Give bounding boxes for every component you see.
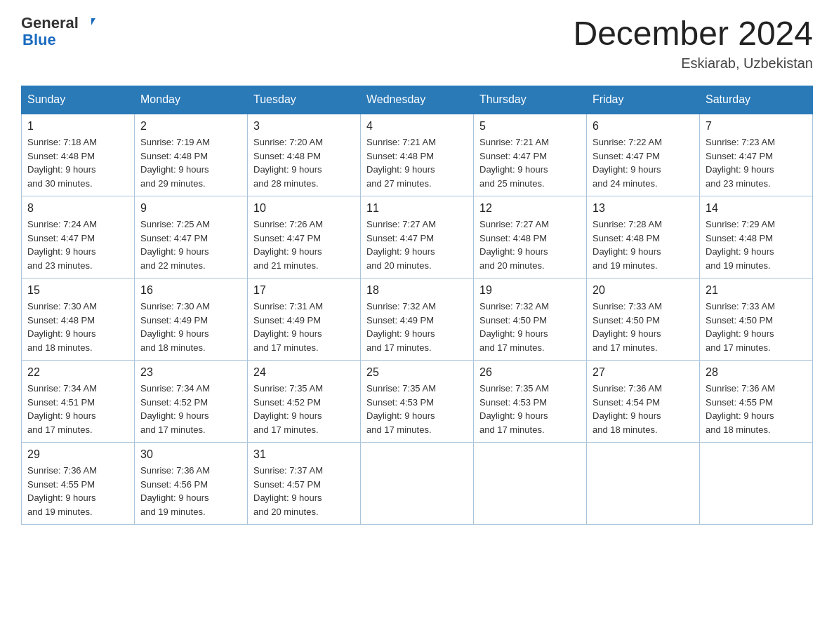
day-number: 3 <box>253 120 355 133</box>
day-info: Sunrise: 7:20 AM Sunset: 4:48 PM Dayligh… <box>253 135 355 190</box>
logo-icon <box>80 15 95 31</box>
day-number: 16 <box>140 284 241 297</box>
day-info: Sunrise: 7:27 AM Sunset: 4:48 PM Dayligh… <box>479 217 581 272</box>
day-number: 21 <box>706 284 807 297</box>
day-number: 27 <box>593 366 694 379</box>
day-number: 20 <box>593 284 694 297</box>
day-number: 17 <box>253 284 355 297</box>
day-number: 18 <box>366 284 468 297</box>
calendar-cell: 15 Sunrise: 7:30 AM Sunset: 4:48 PM Dayl… <box>22 279 135 361</box>
header-friday: Friday <box>587 86 700 114</box>
day-number: 7 <box>706 120 807 133</box>
day-info: Sunrise: 7:22 AM Sunset: 4:47 PM Dayligh… <box>593 135 694 190</box>
week-row-4: 22 Sunrise: 7:34 AM Sunset: 4:51 PM Dayl… <box>22 361 813 443</box>
week-row-1: 1 Sunrise: 7:18 AM Sunset: 4:48 PM Dayli… <box>22 114 813 196</box>
calendar-cell: 27 Sunrise: 7:36 AM Sunset: 4:54 PM Dayl… <box>587 361 700 443</box>
header-wednesday: Wednesday <box>361 86 474 114</box>
day-info: Sunrise: 7:34 AM Sunset: 4:52 PM Dayligh… <box>140 382 241 436</box>
calendar-cell: 28 Sunrise: 7:36 AM Sunset: 4:55 PM Dayl… <box>700 361 813 443</box>
calendar-cell: 6 Sunrise: 7:22 AM Sunset: 4:47 PM Dayli… <box>587 114 700 196</box>
calendar-cell: 12 Sunrise: 7:27 AM Sunset: 4:48 PM Dayl… <box>474 196 587 279</box>
header-thursday: Thursday <box>474 86 587 114</box>
day-info: Sunrise: 7:29 AM Sunset: 4:48 PM Dayligh… <box>706 217 807 272</box>
day-info: Sunrise: 7:31 AM Sunset: 4:49 PM Dayligh… <box>253 300 355 354</box>
day-info: Sunrise: 7:27 AM Sunset: 4:47 PM Dayligh… <box>366 217 468 272</box>
calendar-cell: 23 Sunrise: 7:34 AM Sunset: 4:52 PM Dayl… <box>135 361 248 443</box>
calendar-title: December 2024 <box>573 14 813 53</box>
day-number: 25 <box>366 366 468 379</box>
svg-marker-0 <box>81 18 95 25</box>
calendar-cell: 20 Sunrise: 7:33 AM Sunset: 4:50 PM Dayl… <box>587 279 700 361</box>
day-info: Sunrise: 7:21 AM Sunset: 4:47 PM Dayligh… <box>479 135 581 190</box>
day-info: Sunrise: 7:23 AM Sunset: 4:47 PM Dayligh… <box>706 135 807 190</box>
calendar-cell: 2 Sunrise: 7:19 AM Sunset: 4:48 PM Dayli… <box>135 114 248 196</box>
logo-general-text: General <box>21 14 79 32</box>
day-info: Sunrise: 7:32 AM Sunset: 4:50 PM Dayligh… <box>479 300 581 354</box>
calendar-cell: 11 Sunrise: 7:27 AM Sunset: 4:47 PM Dayl… <box>361 196 474 279</box>
calendar-cell <box>361 443 474 525</box>
day-info: Sunrise: 7:33 AM Sunset: 4:50 PM Dayligh… <box>706 300 807 354</box>
day-info: Sunrise: 7:37 AM Sunset: 4:57 PM Dayligh… <box>253 464 355 518</box>
calendar-cell: 8 Sunrise: 7:24 AM Sunset: 4:47 PM Dayli… <box>22 196 135 279</box>
calendar-cell: 7 Sunrise: 7:23 AM Sunset: 4:47 PM Dayli… <box>700 114 813 196</box>
day-number: 24 <box>253 366 355 379</box>
day-number: 28 <box>706 366 807 379</box>
calendar-cell <box>700 443 813 525</box>
week-row-2: 8 Sunrise: 7:24 AM Sunset: 4:47 PM Dayli… <box>22 196 813 279</box>
calendar-cell: 26 Sunrise: 7:35 AM Sunset: 4:53 PM Dayl… <box>474 361 587 443</box>
day-info: Sunrise: 7:30 AM Sunset: 4:49 PM Dayligh… <box>140 300 241 354</box>
day-info: Sunrise: 7:36 AM Sunset: 4:54 PM Dayligh… <box>593 382 694 436</box>
calendar-table: SundayMondayTuesdayWednesdayThursdayFrid… <box>21 86 813 525</box>
title-area: December 2024 Eskiarab, Uzbekistan <box>573 14 813 72</box>
header-saturday: Saturday <box>700 86 813 114</box>
day-number: 26 <box>479 366 581 379</box>
day-info: Sunrise: 7:19 AM Sunset: 4:48 PM Dayligh… <box>140 135 241 190</box>
day-number: 1 <box>27 120 128 133</box>
day-info: Sunrise: 7:21 AM Sunset: 4:48 PM Dayligh… <box>366 135 468 190</box>
day-number: 4 <box>366 120 468 133</box>
day-number: 19 <box>479 284 581 297</box>
day-number: 29 <box>27 448 128 461</box>
calendar-cell: 3 Sunrise: 7:20 AM Sunset: 4:48 PM Dayli… <box>248 114 361 196</box>
calendar-cell: 1 Sunrise: 7:18 AM Sunset: 4:48 PM Dayli… <box>22 114 135 196</box>
day-number: 30 <box>140 448 241 461</box>
calendar-cell: 25 Sunrise: 7:35 AM Sunset: 4:53 PM Dayl… <box>361 361 474 443</box>
day-number: 10 <box>253 202 355 215</box>
day-number: 9 <box>140 202 241 215</box>
calendar-cell: 10 Sunrise: 7:26 AM Sunset: 4:47 PM Dayl… <box>248 196 361 279</box>
calendar-cell <box>587 443 700 525</box>
day-number: 13 <box>593 202 694 215</box>
day-number: 31 <box>253 448 355 461</box>
calendar-cell: 4 Sunrise: 7:21 AM Sunset: 4:48 PM Dayli… <box>361 114 474 196</box>
day-info: Sunrise: 7:24 AM Sunset: 4:47 PM Dayligh… <box>27 217 128 272</box>
day-number: 11 <box>366 202 468 215</box>
calendar-cell: 22 Sunrise: 7:34 AM Sunset: 4:51 PM Dayl… <box>22 361 135 443</box>
week-row-5: 29 Sunrise: 7:36 AM Sunset: 4:55 PM Dayl… <box>22 443 813 525</box>
day-number: 14 <box>706 202 807 215</box>
day-number: 12 <box>479 202 581 215</box>
day-info: Sunrise: 7:36 AM Sunset: 4:55 PM Dayligh… <box>706 382 807 436</box>
header-tuesday: Tuesday <box>248 86 361 114</box>
calendar-cell: 17 Sunrise: 7:31 AM Sunset: 4:49 PM Dayl… <box>248 279 361 361</box>
header-row: SundayMondayTuesdayWednesdayThursdayFrid… <box>22 86 813 114</box>
day-info: Sunrise: 7:26 AM Sunset: 4:47 PM Dayligh… <box>253 217 355 272</box>
header-monday: Monday <box>135 86 248 114</box>
logo-blue-text: Blue <box>22 31 56 49</box>
day-number: 6 <box>593 120 694 133</box>
calendar-cell: 19 Sunrise: 7:32 AM Sunset: 4:50 PM Dayl… <box>474 279 587 361</box>
calendar-cell: 18 Sunrise: 7:32 AM Sunset: 4:49 PM Dayl… <box>361 279 474 361</box>
day-info: Sunrise: 7:18 AM Sunset: 4:48 PM Dayligh… <box>27 135 128 190</box>
day-number: 23 <box>140 366 241 379</box>
day-info: Sunrise: 7:32 AM Sunset: 4:49 PM Dayligh… <box>366 300 468 354</box>
day-info: Sunrise: 7:34 AM Sunset: 4:51 PM Dayligh… <box>27 382 128 436</box>
day-number: 15 <box>27 284 128 297</box>
calendar-cell: 24 Sunrise: 7:35 AM Sunset: 4:52 PM Dayl… <box>248 361 361 443</box>
calendar-cell: 31 Sunrise: 7:37 AM Sunset: 4:57 PM Dayl… <box>248 443 361 525</box>
day-info: Sunrise: 7:28 AM Sunset: 4:48 PM Dayligh… <box>593 217 694 272</box>
logo: General Blue <box>21 14 95 49</box>
calendar-cell: 29 Sunrise: 7:36 AM Sunset: 4:55 PM Dayl… <box>22 443 135 525</box>
calendar-cell: 21 Sunrise: 7:33 AM Sunset: 4:50 PM Dayl… <box>700 279 813 361</box>
calendar-cell <box>474 443 587 525</box>
calendar-subtitle: Eskiarab, Uzbekistan <box>573 55 813 72</box>
week-row-3: 15 Sunrise: 7:30 AM Sunset: 4:48 PM Dayl… <box>22 279 813 361</box>
